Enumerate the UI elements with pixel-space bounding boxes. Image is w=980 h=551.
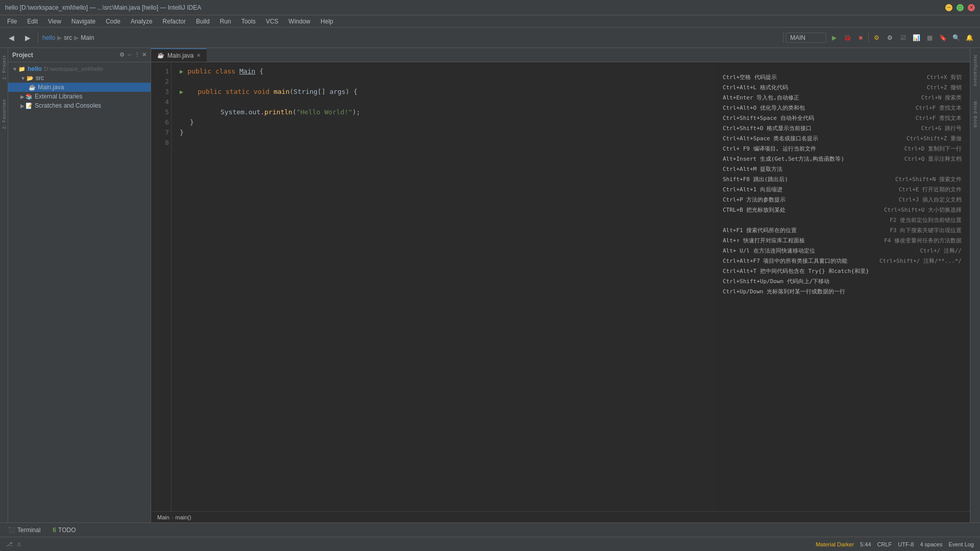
bookmark-button[interactable]: 🔖 — [937, 32, 948, 43]
src-label: src — [36, 74, 44, 82]
title-text: hello [D:\workspace_xml\hello] — ...\src… — [5, 4, 201, 11]
terminal-icon: ⬛ — [8, 527, 15, 533]
editor-breadcrumb-method[interactable]: main() — [176, 514, 191, 520]
menu-edit[interactable]: Edit — [23, 17, 42, 26]
bottom-tabs: ⬛ Terminal 6 TODO — [0, 522, 980, 537]
menu-navigate[interactable]: Navigate — [67, 17, 100, 26]
run-gutter-3[interactable]: ▶ — [180, 87, 183, 97]
indent-label[interactable]: 4 spaces — [920, 541, 942, 547]
main-java-label: Main.java — [38, 84, 64, 91]
maximize-button[interactable]: □ — [957, 4, 964, 11]
editor-content: 1 2 3 4 5 6 7 8 ▶ public class Main { — [151, 62, 970, 511]
breadcrumb-src[interactable]: src — [64, 34, 72, 41]
close-button[interactable]: ✕ — [968, 4, 975, 11]
shortcut-row-19: Alt+ U/l 在方法连同快速移动定位 Ctrl+/ 注释// — [723, 246, 962, 256]
editor-tab-main[interactable]: ☕ Main.java ✕ — [151, 48, 207, 62]
coverage-button[interactable]: ☑ — [897, 32, 909, 43]
encoding-label[interactable]: UTF-8 — [898, 541, 914, 547]
shortcut-row-15: CTRL+B 把光标放到某处 Ctrl+Shift+U 大小切换选择 — [723, 205, 962, 215]
project-settings-icon[interactable]: ⚙ — [119, 52, 125, 58]
word-book-toggle[interactable]: Word Book — [973, 101, 978, 128]
editor-area: ☕ Main.java ✕ 1 2 3 4 5 6 7 8 ▶ public — [151, 48, 970, 522]
toolbar-sep-1 — [38, 33, 38, 43]
editor-breadcrumb-main[interactable]: Main — [157, 514, 169, 520]
settings-button[interactable]: ⚙ — [884, 32, 895, 43]
menu-build[interactable]: Build — [192, 17, 214, 26]
breadcrumb: hello ▶ src ▶ Main — [42, 34, 94, 41]
main-layout: 1: Project 2: Favorites Project ⚙ ↔ ⋮ ✕ … — [0, 48, 980, 522]
run-gutter-1[interactable]: ▶ — [180, 66, 183, 77]
profiler-button[interactable]: 📊 — [911, 32, 922, 43]
tree-item-ext[interactable]: ▶ 📚 External Libraries — [8, 92, 151, 101]
project-expand-icon[interactable]: ↔ — [127, 52, 132, 58]
code-area[interactable]: ▶ public class Main { ▶ public static vo… — [172, 62, 970, 511]
minimize-button[interactable]: ─ — [945, 4, 952, 11]
search-everywhere-button[interactable]: 🔍 — [950, 32, 962, 43]
breadcrumb-main[interactable]: Main — [81, 34, 94, 41]
forward-button[interactable]: ▶ — [21, 32, 34, 44]
menu-view[interactable]: View — [44, 17, 65, 26]
shortcut-row-6: Ctrl+Shift+O 格式显示当前接口 Ctrl+G 跳行号 — [723, 123, 962, 134]
terminal-label: Terminal — [17, 527, 40, 534]
project-close-icon[interactable]: ✕ — [142, 52, 146, 58]
menu-window[interactable]: Window — [284, 17, 314, 26]
stop-button[interactable]: ■ — [855, 32, 866, 43]
scratch-chevron: ▶ — [20, 103, 24, 109]
project-panel: Project ⚙ ↔ ⋮ ✕ ▼ 📁 hello D:\workspace_x… — [8, 48, 151, 522]
menu-tools[interactable]: Tools — [237, 17, 260, 26]
shortcut-row-3: Alt+Enter 导入包,自动修正 Ctrl+N 搜索类 — [723, 93, 962, 103]
breadcrumb-project[interactable]: hello — [42, 34, 55, 41]
tree-item-src[interactable]: ▼ 📂 src — [8, 73, 151, 83]
menu-file[interactable]: File — [3, 17, 21, 26]
todo-tab[interactable]: 6 TODO — [48, 525, 80, 535]
shortcut-row-16: F2 使当前定位到当前错位置 — [723, 215, 962, 226]
menu-vcs[interactable]: VCS — [262, 17, 283, 26]
scratch-label: Scratches and Consoles — [35, 102, 101, 109]
left-edge-panel: 1: Project 2: Favorites — [0, 48, 8, 522]
theme-label[interactable]: Material Darker — [816, 541, 854, 547]
hello-path: D:\workspace_xml\hello — [44, 66, 103, 72]
shortcut-row-23: Ctrl+Up/Down 光标落到对某一行或数据的一行 — [723, 287, 962, 297]
hello-icon: 📁 — [18, 66, 26, 72]
tree-item-scratch[interactable]: ▶ 📝 Scratches and Consoles — [8, 101, 151, 110]
menu-refactor[interactable]: Refactor — [159, 17, 190, 26]
status-bar: ⎇ ⚠ Material Darker 5:44 CRLF UTF-8 4 sp… — [0, 537, 980, 551]
run-config-name[interactable]: MAIN — [786, 33, 826, 43]
notifications-button[interactable]: 🔔 — [964, 32, 975, 43]
line-ending-label[interactable]: CRLF — [877, 541, 892, 547]
shortcut-row-12: Shift+F8 跳出(跳出后) Ctrl+Shift+N 搜索文件 — [723, 174, 962, 185]
shortcut-row-4: Ctrl+Alt+O 优化导入的类和包 Ctrl+F 查找文本 — [723, 103, 962, 113]
shortcut-row-21: Ctrl+Alt+T 把中间代码包含在 Try{} 和catch{和里} — [723, 266, 962, 277]
event-log-label[interactable]: Event Log — [948, 541, 974, 547]
terminal-tab[interactable]: ⬛ Terminal — [4, 525, 44, 535]
favorites-panel-toggle[interactable]: 2: Favorites — [2, 97, 7, 131]
grid-button[interactable]: ▦ — [924, 32, 935, 43]
notifications-panel-toggle[interactable]: Notifications — [973, 55, 978, 87]
menu-analyze[interactable]: Analyze — [127, 17, 157, 26]
problems-icon: ⚠ — [17, 541, 21, 547]
tab-close-button[interactable]: ✕ — [197, 53, 201, 58]
tree-item-mainjava[interactable]: ☕ Main.java — [8, 83, 151, 92]
shortcut-row-14: Ctrl+P 方法的参数提示 Ctrl+J 插入自定义文档 — [723, 195, 962, 205]
ext-icon: 📚 — [26, 93, 33, 100]
shortcut-row-13: Ctrl+Alt+1 向后缩进 Ctrl+E 打开近期的文件 — [723, 185, 962, 195]
ext-chevron: ▶ — [20, 94, 24, 99]
tree-item-hello[interactable]: ▼ 📁 hello D:\workspace_xml\hello — [8, 64, 151, 73]
toolbar: ◀ ▶ hello ▶ src ▶ Main MAIN ▶ 🐞 ■ ⚙ ⚙ ☑ … — [0, 28, 980, 48]
editor-breadcrumb: Main › main() — [151, 511, 970, 522]
menu-code[interactable]: Code — [102, 17, 125, 26]
menu-run[interactable]: Run — [216, 17, 235, 26]
hello-label: hello — [28, 65, 42, 72]
project-more-icon[interactable]: ⋮ — [134, 52, 140, 58]
project-header: Project ⚙ ↔ ⋮ ✕ — [8, 48, 151, 62]
menu-help[interactable]: Help — [316, 17, 337, 26]
back-button[interactable]: ◀ — [5, 32, 17, 44]
project-panel-toggle[interactable]: 1: Project — [2, 53, 7, 82]
status-right: Material Darker 5:44 CRLF UTF-8 4 spaces… — [816, 541, 974, 547]
debug-button[interactable]: 🐞 — [842, 32, 853, 43]
run-button[interactable]: ▶ — [828, 32, 840, 43]
java-file-icon: ☕ — [29, 84, 36, 91]
toolbar-sep-2 — [783, 33, 783, 43]
right-sidebar: Notifications Word Book — [970, 48, 980, 522]
build-button[interactable]: ⚙ — [871, 32, 882, 43]
